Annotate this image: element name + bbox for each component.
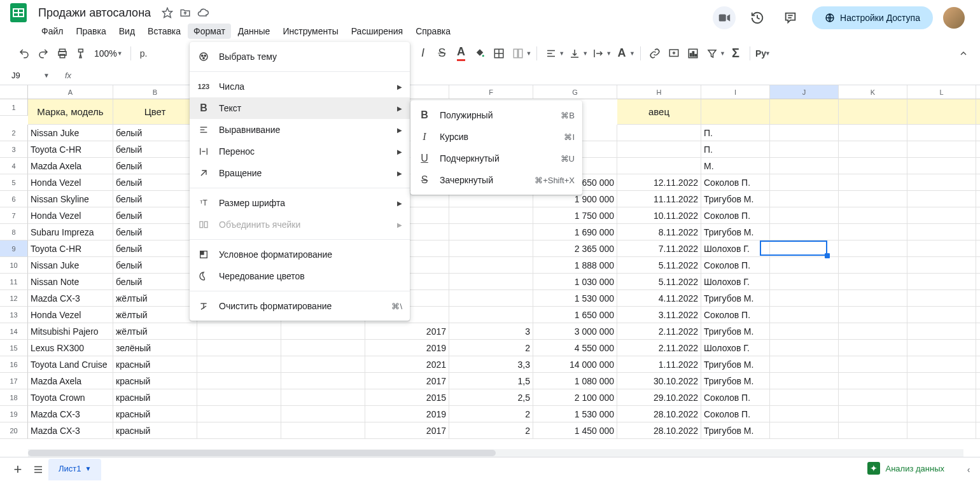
empty-cell [907, 422, 976, 439]
column-header-F[interactable]: F [449, 85, 533, 99]
fill-color-button[interactable] [471, 45, 489, 62]
name-box[interactable]: J9▼ [8, 69, 53, 81]
row-header-10[interactable]: 10 [0, 257, 28, 274]
borders-button[interactable] [490, 45, 508, 62]
menu-формат[interactable]: Формат [188, 24, 231, 39]
empty-cell [907, 274, 976, 290]
row-header-14[interactable]: 14 [0, 323, 28, 340]
menu-данные[interactable]: Данные [232, 24, 276, 39]
vertical-align-button[interactable] [566, 45, 584, 62]
paint-format-button[interactable] [73, 45, 90, 62]
add-sheet-button[interactable]: + [8, 461, 28, 478]
sheet-tab-1[interactable]: Лист1▼ [48, 459, 101, 480]
text-color-button[interactable]: A [452, 45, 470, 62]
column-header-I[interactable]: I [701, 85, 770, 99]
menu-инструменты[interactable]: Инструменты [277, 24, 344, 39]
text-wrap-button[interactable] [589, 45, 607, 62]
row-header-4[interactable]: 4 [0, 158, 28, 174]
row-header-13[interactable]: 13 [0, 307, 28, 323]
row-header-8[interactable]: 8 [0, 224, 28, 240]
menu-numbers[interactable]: 123 Числа ▶ [190, 76, 410, 97]
document-title[interactable]: Продажи автосалона [34, 5, 155, 21]
row-header-5[interactable]: 5 [0, 174, 28, 191]
menu-вид[interactable]: Вид [113, 24, 141, 39]
menu-theme[interactable]: Выбрать тему [190, 46, 410, 67]
share-button[interactable]: Настройки Доступа [812, 6, 933, 29]
merge-cells-button[interactable] [509, 45, 527, 62]
row-header-15[interactable]: 15 [0, 340, 28, 356]
row-header-1[interactable]: 1 [0, 99, 28, 116]
row-header-3[interactable]: 3 [0, 141, 28, 158]
row-header-19[interactable]: 19 [0, 406, 28, 422]
column-header-G[interactable]: G [533, 85, 617, 99]
cloud-status-icon[interactable] [197, 6, 209, 19]
sheets-logo[interactable] [10, 1, 27, 24]
menu-wrap[interactable]: Перенос ▶ [190, 141, 410, 162]
menu-rotate[interactable]: Вращение ▶ [190, 162, 410, 184]
menu-вставка[interactable]: Вставка [142, 24, 186, 39]
italic-button[interactable]: I [414, 45, 431, 62]
column-header-H[interactable]: H [617, 85, 701, 99]
undo-button[interactable] [15, 45, 33, 62]
row-header-11[interactable]: 11 [0, 274, 28, 290]
insert-comment-button[interactable] [665, 45, 683, 62]
text-rotation-button[interactable]: A [613, 45, 631, 62]
history-icon[interactable] [746, 6, 769, 29]
menu-alternating-colors[interactable]: Чередование цветов [190, 265, 410, 287]
row-header-12[interactable]: 12 [0, 290, 28, 307]
column-header-extra[interactable] [976, 85, 980, 99]
account-avatar[interactable] [943, 7, 965, 29]
horizontal-align-button[interactable] [542, 45, 560, 62]
explore-button[interactable]: ✦ Анализ данных [860, 458, 952, 478]
star-icon[interactable] [161, 6, 174, 19]
comments-icon[interactable] [779, 6, 802, 29]
row-header-16[interactable]: 16 [0, 356, 28, 373]
menu-text[interactable]: B Текст ▶ [190, 97, 410, 119]
cell-model: Mazda Axela [28, 158, 113, 174]
print-button[interactable] [53, 45, 71, 62]
row-header-6[interactable]: 6 [0, 191, 28, 207]
column-header-A[interactable]: A [28, 85, 113, 99]
row-header-20[interactable]: 20 [0, 422, 28, 439]
redo-button[interactable] [34, 45, 52, 62]
submenu-bold[interactable]: B Полужирный ⌘B [410, 104, 582, 126]
column-header-K[interactable]: K [839, 85, 907, 99]
row-header-18[interactable]: 18 [0, 389, 28, 406]
column-header-J[interactable]: J [770, 85, 839, 99]
currency-format[interactable]: р. [136, 48, 151, 59]
menu-conditional-format[interactable]: Условное форматирование [190, 244, 410, 265]
filter-button[interactable] [703, 45, 721, 62]
row-header-2[interactable]: 2 [0, 125, 28, 141]
row-header-17[interactable]: 17 [0, 373, 28, 389]
row-header-7[interactable]: 7 [0, 207, 28, 224]
side-panel-toggle[interactable]: ‹ [961, 462, 976, 477]
column-header-L[interactable]: L [907, 85, 976, 99]
all-sheets-button[interactable] [28, 461, 48, 478]
meet-icon[interactable] [713, 6, 736, 29]
menu-clear-format[interactable]: Очистить форматирование ⌘\ [190, 295, 410, 317]
menu-font-size[interactable]: тT Размер шрифта ▶ [190, 192, 410, 214]
cell-hidden [197, 323, 281, 340]
submenu-underline[interactable]: U Подчеркнутый ⌘U [410, 148, 582, 169]
strikethrough-button[interactable]: S [433, 45, 451, 62]
menu-справка[interactable]: Справка [410, 24, 456, 39]
collapse-toolbar-button[interactable] [955, 45, 972, 62]
insert-link-button[interactable] [646, 45, 664, 62]
row-header-9[interactable]: 9 [0, 240, 28, 257]
move-icon[interactable] [179, 6, 192, 19]
cell-engine [449, 274, 533, 290]
insert-chart-button[interactable] [684, 45, 702, 62]
selection-handle[interactable] [825, 253, 830, 258]
column-header-B[interactable]: B [113, 85, 197, 99]
submenu-strike[interactable]: S Зачеркнутый ⌘+Shift+X [410, 169, 582, 191]
menu-правка[interactable]: Правка [70, 24, 111, 39]
menu-файл[interactable]: Файл [36, 24, 69, 39]
select-all-corner[interactable] [0, 85, 28, 99]
horizontal-scrollbar[interactable] [28, 449, 963, 457]
menu-расширения[interactable]: Расширения [346, 24, 409, 39]
menu-align[interactable]: Выравнивание ▶ [190, 119, 410, 141]
functions-button[interactable]: Σ [727, 45, 745, 62]
zoom-select[interactable]: 100%▼ [92, 48, 125, 59]
submenu-italic[interactable]: I Курсив ⌘I [410, 126, 582, 148]
cell-hidden [281, 373, 365, 389]
